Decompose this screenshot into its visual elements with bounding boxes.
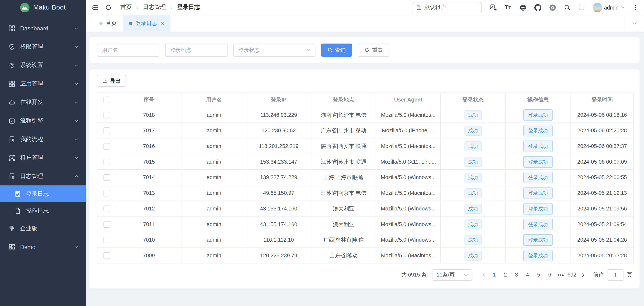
sidebar-item-tenant-management[interactable]: 租户管理 — [0, 148, 86, 167]
app-title: Maku Boot — [33, 4, 66, 11]
user-menu[interactable]: admin — [592, 3, 625, 12]
goto-page-input[interactable] — [607, 269, 624, 281]
cell-username: admin — [182, 154, 246, 170]
row-checkbox[interactable] — [103, 174, 110, 181]
sidebar-item-label: Dashboard — [20, 25, 48, 31]
query-button[interactable]: 查询 — [321, 43, 352, 56]
tab-label: 首页 — [106, 20, 116, 27]
sidebar-item-enterprise[interactable]: 企业版 — [0, 219, 86, 237]
kebab-menu-icon[interactable] — [632, 4, 638, 11]
close-icon[interactable]: × — [161, 21, 164, 26]
refresh-icon[interactable] — [105, 4, 112, 11]
collapse-sidebar-icon[interactable] — [91, 4, 98, 11]
row-checkbox[interactable] — [103, 252, 110, 259]
gitee-icon[interactable]: G — [549, 4, 556, 11]
page-number-6[interactable]: 6 — [544, 269, 555, 281]
page-number-1[interactable]: 1 — [489, 269, 500, 281]
sidebar-item-my-workflow[interactable]: 我的流程 — [0, 130, 86, 148]
cell-location: 湖南省|长沙市|电信 — [311, 107, 376, 123]
breadcrumb-home[interactable]: 首页 — [120, 4, 132, 11]
operation-info-button[interactable]: 登录成功 — [523, 218, 553, 230]
sidebar-item-demo[interactable]: Demo — [0, 237, 86, 256]
page-content: 登录状态 查询 重置 导出 — [86, 32, 644, 306]
globe-icon[interactable] — [520, 4, 526, 11]
location-filter-input[interactable] — [165, 43, 228, 56]
status-badge: 成功 — [464, 141, 482, 151]
cell-location: 上海|上海市|联通 — [311, 170, 376, 185]
row-checkbox[interactable] — [103, 221, 110, 228]
row-checkbox[interactable] — [103, 205, 110, 212]
row-checkbox[interactable] — [103, 159, 110, 165]
more-pages-icon[interactable]: ••• — [555, 272, 566, 278]
operation-info-button[interactable]: 登录成功 — [523, 172, 553, 183]
page-number-last[interactable]: 692 — [566, 269, 578, 281]
page-number-2[interactable]: 2 — [500, 269, 511, 281]
sidebar-item-operation-log[interactable]: 操作日志 — [0, 202, 86, 219]
table-body: 7018 admin 113.246.93.229 湖南省|长沙市|电信 Moz… — [97, 107, 634, 263]
operation-info-button[interactable]: 登录成功 — [523, 187, 553, 199]
sidebar-item-login-log[interactable]: 登录日志 — [0, 185, 86, 202]
cell-user-agent: Mozilla/5.0 (X11; Linu... — [376, 154, 440, 170]
cell-user-agent: Mozilla/5.0 (Windows... — [376, 170, 440, 185]
sidebar-item-log-management[interactable]: 日志管理 — [0, 167, 86, 185]
prev-page-icon[interactable] — [478, 269, 489, 281]
operation-info-button[interactable]: 登录成功 — [523, 125, 553, 136]
cell-id: 7015 — [116, 154, 182, 170]
tab-home[interactable]: 首页 — [93, 15, 123, 32]
sidebar-item-app-management[interactable]: 应用管理 — [0, 75, 86, 93]
row-checkbox[interactable] — [103, 143, 110, 149]
operation-info-button[interactable]: 登录成功 — [523, 109, 553, 121]
row-checkbox[interactable] — [103, 237, 110, 243]
export-button[interactable]: 导出 — [97, 75, 126, 87]
cell-user-agent: Mozilla/5.0 (Windows... — [376, 201, 440, 216]
next-page-icon[interactable] — [578, 269, 588, 281]
cell-ip: 120.225.239.79 — [246, 248, 311, 263]
row-checkbox[interactable] — [103, 127, 110, 134]
page-number-5[interactable]: 5 — [533, 269, 544, 281]
sidebar-menu: Dashboard 权限管理 系统设置 应用管理 在线开发 — [0, 15, 86, 256]
column-header-operation: 操作信息 — [506, 92, 571, 107]
operation-info-button[interactable]: 登录成功 — [523, 234, 553, 245]
github-icon[interactable] — [534, 4, 541, 11]
page-size-select[interactable]: 10条/页 — [432, 269, 472, 281]
cell-time: 2024-05-06 02:20:28 — [571, 123, 634, 138]
page-number-4[interactable]: 4 — [522, 269, 533, 281]
cell-id: 7012 — [116, 201, 182, 216]
tab-actions-dropdown[interactable] — [624, 15, 644, 32]
sidebar-item-dashboard[interactable]: Dashboard — [0, 19, 86, 37]
cell-user-agent: Mozilla/5.0 (Macintos... — [376, 107, 440, 123]
status-filter-select[interactable]: 登录状态 — [233, 43, 316, 56]
sidebar-item-permissions[interactable]: 权限管理 — [0, 37, 86, 56]
font-size-icon[interactable]: TT — [504, 4, 512, 11]
document-check-icon — [8, 173, 15, 179]
reset-button[interactable]: 重置 — [358, 43, 390, 56]
breadcrumb-log-management[interactable]: 日志管理 — [143, 4, 166, 11]
tab-login-log[interactable]: 登录日志 × — [123, 15, 170, 32]
operation-info-button[interactable]: 登录成功 — [523, 250, 553, 261]
cloud-icon — [8, 99, 15, 105]
sidebar-item-label: 租户管理 — [20, 154, 43, 161]
operation-info-button[interactable]: 登录成功 — [523, 156, 553, 168]
search-icon[interactable] — [564, 4, 570, 11]
operation-info-button[interactable]: 登录成功 — [523, 140, 553, 152]
tenant-select[interactable]: 默认租户 — [412, 2, 482, 13]
sidebar-item-system-settings[interactable]: 系统设置 — [0, 56, 86, 75]
sidebar-item-workflow-engine[interactable]: 流程引擎 — [0, 111, 86, 130]
cell-location: 澳大利亚 — [311, 201, 376, 216]
document-icon — [14, 207, 21, 214]
goto-label: 前往 — [593, 271, 604, 279]
select-all-checkbox[interactable] — [103, 97, 110, 103]
svg-text:G: G — [551, 5, 554, 10]
fullscreen-icon[interactable] — [578, 4, 585, 11]
operation-info-button[interactable]: 登录成功 — [523, 203, 553, 214]
sidebar-item-online-dev[interactable]: 在线开发 — [0, 93, 86, 111]
translate-icon[interactable]: A — [490, 4, 496, 11]
username-filter-input[interactable] — [97, 43, 160, 56]
row-checkbox[interactable] — [103, 112, 110, 118]
row-checkbox[interactable] — [103, 190, 110, 196]
table-row: 7009 admin 120.225.239.79 山东省|移动 Mozilla… — [97, 248, 634, 263]
status-badge: 成功 — [464, 172, 482, 182]
cell-id: 7011 — [116, 216, 182, 232]
page-number-3[interactable]: 3 — [511, 269, 522, 281]
chevron-down-icon — [464, 273, 468, 277]
